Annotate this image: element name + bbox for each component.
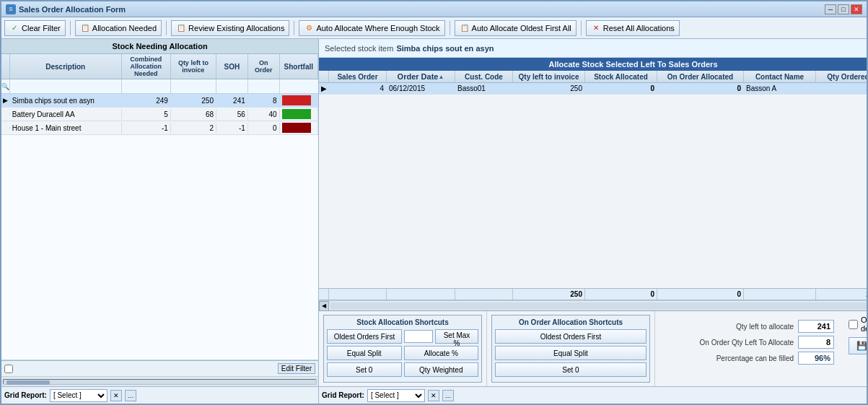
info-save-area: Qty left to allocate 241 On Order Qty Le… — [655, 311, 867, 386]
oldest-orders-first-onorder-button[interactable]: Oldest Orders First — [495, 329, 646, 344]
close-button[interactable]: ✕ — [851, 4, 862, 14]
rtot-qty-inv: 250 — [513, 289, 585, 300]
edit-filter-btn[interactable]: Edit Filter — [278, 363, 315, 374]
td-shortfall — [280, 94, 318, 107]
clear-filter-icon: ✓ — [9, 23, 19, 33]
pct-label: Percentage can be filled — [716, 354, 794, 362]
equal-split-onorder-button[interactable]: Equal Split — [495, 346, 646, 360]
rtd-qty-left: 250 — [513, 83, 585, 94]
qty-left-label: Qty left to allocate — [736, 323, 794, 331]
auto-allocate-oldest-icon: 📋 — [460, 23, 470, 33]
save-refresh-button[interactable]: 💾 Save and Refresh — [849, 337, 867, 354]
left-panel-header: Stock Needing Allocation — [1, 39, 318, 54]
rth-stock-allocated: Stock Allocated — [585, 71, 657, 82]
title-buttons: ─ □ ✕ — [825, 4, 862, 14]
stock-shortcuts-container: Stock Allocation Shortcuts Oldest Orders… — [319, 311, 487, 386]
separator-3 — [294, 21, 294, 35]
allocate-pct-button[interactable]: Allocate % — [404, 346, 479, 360]
rtd-contact-name: Basson A — [744, 83, 816, 94]
scrollbar-left-button[interactable]: ◀ — [319, 301, 329, 311]
equal-split-stock-button[interactable]: Equal Split — [327, 346, 402, 360]
right-cols-header: Sales Order Order Date ▲ Cust. Code Qty … — [319, 71, 867, 83]
td-qty-inv: 250 — [171, 95, 216, 106]
table-row[interactable]: House 1 - Main street -1 2 -1 0 — [1, 121, 318, 135]
right-scrollbar[interactable]: ◀ ▶ — [319, 300, 867, 310]
set-0-onorder-button[interactable]: Set 0 — [495, 362, 646, 377]
sort-arrow-icon: ▲ — [438, 74, 444, 80]
separator-1 — [70, 21, 71, 35]
right-grid-report-clear[interactable]: ✕ — [428, 390, 439, 401]
filter-input-desc[interactable] — [10, 79, 121, 93]
only-deposit-checkbox[interactable] — [849, 320, 858, 329]
rtot-date — [387, 289, 455, 300]
right-table-header: Allocate Stock Selected Left To Sales Or… — [319, 58, 867, 71]
onorder-row-1: Oldest Orders First — [495, 329, 646, 344]
pct-input[interactable] — [404, 330, 433, 343]
stock-row-2: Equal Split Allocate % — [327, 346, 478, 360]
td-qty-inv-2: 68 — [171, 109, 216, 120]
selected-label: Selected stock item — [325, 44, 393, 53]
filter-cell-order — [248, 79, 280, 93]
on-order-value: 8 — [798, 336, 834, 349]
left-panel: Stock Needing Allocation Description Com… — [1, 39, 319, 404]
right-table-row[interactable]: ▶ 4 06/12/2015 Basso01 250 0 0 Basson A … — [319, 83, 867, 95]
onorder-row-3: Set 0 — [495, 362, 646, 377]
bottom-section: Stock Allocation Shortcuts Oldest Orders… — [319, 310, 867, 386]
left-scrollbar[interactable] — [1, 376, 318, 386]
on-order-label: On Order Qty Left To Allocate — [700, 339, 794, 347]
qty-left-value: 241 — [798, 320, 834, 333]
th-combined: Combined Allocation Needed — [122, 54, 171, 79]
clear-filter-button[interactable]: ✓ Clear Filter — [4, 20, 66, 36]
set-0-stock-button[interactable]: Set 0 — [327, 362, 402, 377]
set-max-pct-button[interactable]: Set Max % — [435, 329, 478, 344]
rtd-on-order-allocated: 0 — [657, 83, 744, 94]
td-description: Simba chips sout en asyn — [10, 95, 122, 106]
row-indicator-3 — [1, 126, 10, 129]
left-bottom-bar: Edit Filter — [1, 360, 318, 376]
table-row[interactable]: ▶ Simba chips sout en asyn 249 250 241 8 — [1, 94, 318, 108]
main-window: S Sales Order Allocation Form ─ □ ✕ ✓ Cl… — [0, 0, 868, 405]
left-grid-report-select[interactable]: [ Select ] — [50, 389, 108, 402]
reset-all-button[interactable]: ✕ Reset All Allocations — [586, 20, 680, 36]
selected-name: Simba chips sout en asyn — [396, 44, 494, 53]
left-grid-report: Grid Report: [ Select ] ✕ … — [1, 386, 318, 404]
left-grid-report-label: Grid Report: — [4, 391, 47, 399]
review-existing-button[interactable]: 📋 Review Existing Allocations — [171, 20, 289, 36]
oldest-orders-first-stock-button[interactable]: Oldest Orders First — [327, 329, 402, 344]
filter-cell-desc — [10, 79, 122, 93]
left-checkbox[interactable] — [4, 365, 13, 373]
left-grid-report-clear[interactable]: ✕ — [110, 390, 122, 401]
th-description: Description — [10, 54, 122, 79]
rth-contact-name: Contact Name — [744, 71, 816, 82]
qty-weighted-button[interactable]: Qty Weighted — [404, 362, 479, 377]
left-scrollbar-track[interactable] — [3, 379, 317, 385]
minimize-button[interactable]: ─ — [825, 4, 836, 14]
only-deposit-label: Only allocate to deposit paid SO — [861, 315, 867, 333]
restore-button[interactable]: □ — [838, 4, 849, 14]
allocation-needed-button[interactable]: 📋 Allocation Needed — [75, 20, 162, 36]
auto-allocate-oldest-button[interactable]: 📋 Auto Allocate Oldest First All — [455, 20, 577, 36]
title-bar-left: S Sales Order Allocation Form — [6, 4, 126, 14]
right-grid-report-more[interactable]: … — [442, 390, 454, 401]
table-row[interactable]: Battery Duracell AA 5 68 56 40 — [1, 108, 318, 121]
filter-row: 🔍 — [1, 79, 318, 94]
right-grid-report-select[interactable]: [ Select ] — [367, 389, 425, 402]
right-grid-report-label: Grid Report: — [322, 391, 364, 399]
reset-all-icon: ✕ — [591, 23, 601, 33]
rtot-qty-ord: 250 — [816, 289, 867, 300]
td-on-order-2: 40 — [248, 109, 280, 120]
filter-cell-soh — [216, 79, 248, 93]
td-combined-3: -1 — [122, 123, 171, 134]
auto-allocate-enough-button[interactable]: ⚙ Auto Allocate Where Enough Stock — [299, 20, 444, 36]
row-indicator: ▶ — [1, 95, 10, 105]
allocation-needed-icon: 📋 — [80, 23, 90, 33]
td-on-order: 8 — [248, 95, 280, 106]
td-description-3: House 1 - Main street — [10, 123, 122, 134]
td-qty-inv-3: 2 — [171, 123, 216, 134]
right-panel: Selected stock item Simba chips sout en … — [319, 39, 867, 404]
rtd-sales-order: 4 — [329, 83, 387, 94]
scrollbar-track[interactable] — [330, 302, 867, 310]
onorder-shortcuts-container: On Order Allocation Shortcuts Oldest Ord… — [487, 311, 655, 386]
td-description-2: Battery Duracell AA — [10, 109, 122, 120]
left-grid-report-more[interactable]: … — [125, 390, 136, 401]
